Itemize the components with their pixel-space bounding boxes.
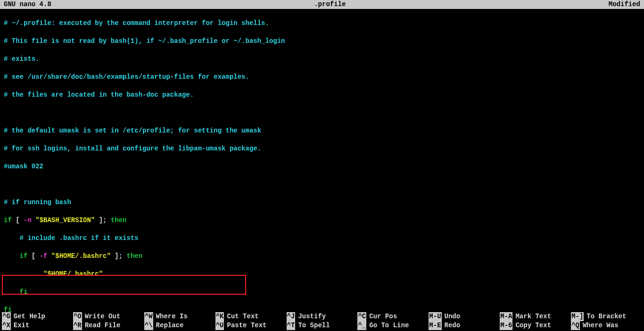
shortcut-row-1: ^GGet Help ^OWrite Out ^WWhere Is ^KCut … — [2, 312, 642, 321]
shortcut-paste[interactable]: ^UPaste Text — [215, 321, 287, 330]
code-line: if [ -n "$BASH_VERSION" ]; then — [4, 216, 640, 225]
shortcut-row-2: ^XExit ^RRead File ^\Replace ^UPaste Tex… — [2, 321, 642, 330]
code-line: # exists. — [4, 55, 640, 64]
shortcut-copytext[interactable]: M-6Copy Text — [500, 321, 571, 330]
shortcut-writeout[interactable]: ^OWrite Out — [73, 312, 144, 321]
blank-line — [4, 108, 640, 117]
code-line: # include .bashrc if it exists — [4, 234, 640, 243]
shortcut-redo[interactable]: M-ERedo — [429, 321, 500, 330]
shortcut-replace[interactable]: ^\Replace — [144, 321, 215, 330]
shortcut-curpos[interactable]: ^CCur Pos — [357, 312, 429, 321]
code-line: #umask 022 — [4, 162, 640, 171]
editor-name: GNU nano 4.8 — [4, 0, 51, 9]
filename: .profile — [51, 0, 609, 9]
shortcut-whereis[interactable]: ^WWhere Is — [144, 312, 215, 321]
shortcut-tobracket[interactable]: M-]To Bracket — [571, 312, 642, 321]
shortcut-marktext[interactable]: M-AMark Text — [500, 312, 571, 321]
code-line: # the files are located in the bash-doc … — [4, 91, 640, 99]
code-line: if [ -f "$HOME/.bashrc" ]; then — [4, 252, 640, 261]
shortcut-tospell[interactable]: ^TTo Spell — [287, 321, 358, 330]
code-line: fi — [4, 288, 640, 297]
editor-content[interactable]: # ~/.profile: executed by the command in… — [0, 9, 644, 331]
shortcut-gotoline[interactable]: ^_Go To Line — [357, 321, 429, 330]
shortcut-wherewas[interactable]: ^QWhere Was — [571, 321, 642, 330]
titlebar: GNU nano 4.8 .profile Modified — [0, 0, 644, 9]
code-line: # for ssh logins, install and configure … — [4, 144, 640, 153]
code-line: # ~/.profile: executed by the command in… — [4, 19, 640, 28]
shortcuts-bar: ^GGet Help ^OWrite Out ^WWhere Is ^KCut … — [0, 312, 644, 331]
blank-line — [4, 180, 640, 189]
code-line: # This file is not read by bash(1), if ~… — [4, 37, 640, 46]
shortcut-justify[interactable]: ^JJustify — [287, 312, 358, 321]
code-line: # the default umask is set in /etc/profi… — [4, 126, 640, 135]
modified-status: Modified — [609, 0, 640, 9]
shortcut-cut[interactable]: ^KCut Text — [215, 312, 287, 321]
code-line: # see /usr/share/doc/bash/examples/start… — [4, 73, 640, 82]
shortcut-readfile[interactable]: ^RRead File — [73, 321, 144, 330]
shortcut-undo[interactable]: M-UUndo — [429, 312, 500, 321]
code-line: . "$HOME/.bashrc" — [4, 270, 640, 279]
code-line: # if running bash — [4, 198, 640, 207]
shortcut-exit[interactable]: ^XExit — [2, 321, 73, 330]
shortcut-help[interactable]: ^GGet Help — [2, 312, 73, 321]
